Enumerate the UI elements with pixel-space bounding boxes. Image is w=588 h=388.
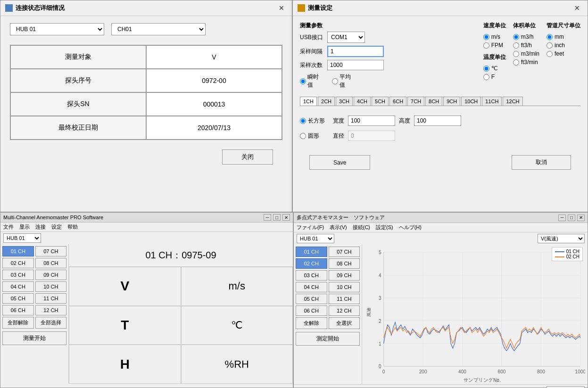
ch-btn-07[interactable]: 07 CH xyxy=(35,246,67,256)
ch-btn-09[interactable]: 09 CH xyxy=(35,270,67,280)
jp-ch-btn-06[interactable]: 06 CH xyxy=(296,305,327,316)
ch-btn-06[interactable]: 06 CH xyxy=(2,305,34,315)
chart-area: 01 CH 02 CH xyxy=(362,245,588,384)
speed-ms-radio[interactable] xyxy=(483,34,489,40)
ch-tab-12[interactable]: 12CH xyxy=(503,97,522,106)
jp-hub-dropdown[interactable]: HUB 01 xyxy=(297,234,334,243)
ch-btn-02[interactable]: 02 CH xyxy=(2,258,34,268)
ch-tab-8[interactable]: 8CH xyxy=(425,97,442,106)
jp-select-all-button[interactable]: 全選択 xyxy=(329,317,360,329)
maximize-button[interactable]: □ xyxy=(273,214,281,221)
ch-tab-10[interactable]: 10CH xyxy=(461,97,481,106)
close-dialog-button[interactable]: 关闭 xyxy=(222,149,273,165)
jp-menu-display[interactable]: 表示(V) xyxy=(330,224,347,231)
deselect-all-button[interactable]: 全部解除 xyxy=(2,317,34,329)
jp-maximize-button[interactable]: □ xyxy=(568,215,575,221)
sample-count-input[interactable]: 1000 xyxy=(327,60,384,70)
range-setting-button[interactable]: レンジ設定 xyxy=(547,386,585,388)
circle-shape-row: 圆形 直径 xyxy=(300,131,580,141)
japanese-body: 01 CH 07 CH 02 CH 08 CH 03 CH 09 CH 04 C… xyxy=(294,245,588,384)
menu-display[interactable]: 显示 xyxy=(19,223,30,231)
jp-menu-help[interactable]: ヘルプ(H) xyxy=(399,224,422,231)
t-label: T xyxy=(69,306,181,345)
sample-interval-input[interactable]: 1 xyxy=(327,46,384,57)
ch-btn-03[interactable]: 03 CH xyxy=(2,270,34,280)
ch-tab-6[interactable]: 6CH xyxy=(389,97,406,106)
hub-dropdown[interactable]: HUB 01 xyxy=(3,233,41,243)
ch-tab-1[interactable]: 1CH xyxy=(300,97,317,106)
jp-menu-file[interactable]: ファイル(F) xyxy=(297,224,324,231)
cancel-button[interactable]: 取消 xyxy=(512,155,571,170)
pipe-mm-radio[interactable] xyxy=(547,34,553,40)
ch-tab-5[interactable]: 5CH xyxy=(372,97,389,106)
jp-minimize-button[interactable]: ─ xyxy=(558,215,566,221)
jp-ch-btn-05[interactable]: 05 CH xyxy=(296,294,327,304)
speed-fpm-radio[interactable] xyxy=(483,42,489,49)
ch-select[interactable]: CH01 xyxy=(111,23,206,35)
menu-help[interactable]: 帮助 xyxy=(67,223,78,231)
ch-btn-12[interactable]: 12 CH xyxy=(35,305,67,315)
menu-settings[interactable]: 设定 xyxy=(51,223,62,231)
circle-radio[interactable] xyxy=(300,133,306,139)
temp-f-radio[interactable] xyxy=(483,74,489,80)
menu-file[interactable]: 文件 xyxy=(3,223,14,231)
height-input[interactable] xyxy=(414,116,461,126)
jp-ch-btn-10[interactable]: 10 CH xyxy=(329,282,360,292)
measurement-close-icon[interactable]: ✕ xyxy=(571,3,583,13)
average-radio[interactable] xyxy=(332,78,338,84)
pipe-inch-radio[interactable] xyxy=(547,42,553,49)
close-button[interactable]: ✕ xyxy=(282,214,290,221)
jp-ch-btn-09[interactable]: 09 CH xyxy=(329,270,360,281)
measurement-type-dropdown[interactable]: V(風速) xyxy=(538,234,585,243)
ch-tab-11[interactable]: 11CH xyxy=(482,97,502,106)
ch-btn-11[interactable]: 11 CH xyxy=(35,293,67,304)
jp-ch-btn-01[interactable]: 01 CH xyxy=(296,247,327,257)
ch-tabs: 1CH 2CH 3CH 4CH 5CH 6CH 7CH 8CH 9CH 10CH… xyxy=(300,97,580,106)
ch-tab-2[interactable]: 2CH xyxy=(318,97,335,106)
jp-menu-settings[interactable]: 設定(S) xyxy=(376,224,393,231)
japanese-toolbar: HUB 01 V(風速) xyxy=(294,232,588,245)
jp-ch-btn-12[interactable]: 12 CH xyxy=(329,305,360,316)
jp-ch-btn-03[interactable]: 03 CH xyxy=(296,270,327,281)
menu-connect[interactable]: 连接 xyxy=(35,223,46,231)
ch-tab-9[interactable]: 9CH xyxy=(443,97,460,106)
save-button[interactable]: Save xyxy=(309,155,370,170)
width-input[interactable] xyxy=(348,116,395,126)
select-all-button[interactable]: 全部选择 xyxy=(35,317,67,329)
hub-select[interactable]: HUB 01 xyxy=(10,23,104,35)
jp-start-measurement-button[interactable]: 測定開始 xyxy=(296,332,360,346)
usb-select[interactable]: COM1 xyxy=(327,32,365,43)
vol-m3h-radio[interactable] xyxy=(513,34,519,40)
vol-ft3min-radio[interactable] xyxy=(513,59,519,66)
ch-btn-10[interactable]: 10 CH xyxy=(35,281,67,292)
jp-menu-connect[interactable]: 接続(C) xyxy=(353,224,370,231)
ch-btn-05[interactable]: 05 CH xyxy=(2,293,34,304)
vol-m3min-radio[interactable] xyxy=(513,51,519,57)
temp-celsius-radio[interactable] xyxy=(483,66,489,72)
connection-dialog: 连接状态详细情况 ✕ HUB 01 CH01 测量对象 V 探头序号 0972-… xyxy=(0,0,292,212)
ch-tab-3[interactable]: 3CH xyxy=(336,97,353,106)
multichannel-menubar: 文件 显示 连接 设定 帮助 xyxy=(0,223,293,232)
ch-btn-04[interactable]: 04 CH xyxy=(2,281,34,292)
jp-ch-btn-08[interactable]: 08 CH xyxy=(329,258,360,269)
ch-btn-01[interactable]: 01 CH xyxy=(2,246,34,256)
svg-text:2: 2 xyxy=(379,318,381,323)
jp-ch-btn-11[interactable]: 11 CH xyxy=(329,294,360,304)
instant-radio[interactable] xyxy=(300,78,306,84)
minimize-button[interactable]: ─ xyxy=(264,214,271,221)
pipe-feet-radio[interactable] xyxy=(547,51,553,57)
ch-tab-7[interactable]: 7CH xyxy=(407,97,424,106)
jp-ch-btn-04[interactable]: 04 CH xyxy=(296,282,327,292)
jp-ch-btn-02[interactable]: 02 CH xyxy=(296,258,327,269)
t-unit: ℃ xyxy=(181,306,293,345)
jp-ch-btn-07[interactable]: 07 CH xyxy=(329,247,360,257)
jp-close-button[interactable]: ✕ xyxy=(577,215,585,221)
jp-deselect-all-button[interactable]: 全解除 xyxy=(296,317,327,329)
chart-legend: 01 CH 02 CH xyxy=(552,247,583,261)
vol-ft3h-radio[interactable] xyxy=(513,42,519,49)
rect-radio[interactable] xyxy=(300,118,306,124)
close-icon[interactable]: ✕ xyxy=(276,3,287,13)
ch-btn-08[interactable]: 08 CH xyxy=(35,258,67,268)
start-measurement-button[interactable]: 测量开始 xyxy=(2,331,66,345)
ch-tab-4[interactable]: 4CH xyxy=(354,97,371,106)
